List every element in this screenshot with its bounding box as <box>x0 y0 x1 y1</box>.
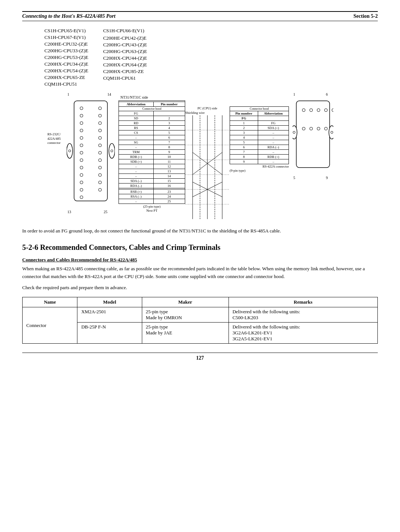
cpu-list-col2: CS1H-CPU66-E(V1)C200HE-CPU42-(Z)EC200HG-… <box>103 28 147 87</box>
pin-row-15: RDA (–)16 <box>119 184 185 188</box>
right-pin5: 5 <box>293 176 295 180</box>
pin25-label: 25 <box>104 210 107 214</box>
model-cell-0: XM2A-2501 <box>77 307 142 323</box>
right-pin-row-6: 7– <box>230 150 289 155</box>
pin-row-0: FG <box>119 111 185 116</box>
right-pin-row-8: 9– <box>230 159 289 164</box>
pin-row-13: –14 <box>119 174 185 179</box>
svg-point-14 <box>99 107 101 110</box>
svg-point-20 <box>99 151 101 154</box>
right-pin-row-3: 4– <box>230 135 289 140</box>
remarks-cell-0: Delivered with the following units: C500… <box>229 307 377 323</box>
pin-table: Abbreviation Pin number Connector hood F… <box>119 100 185 204</box>
svg-point-53 <box>317 127 320 130</box>
rs422a-label: RS-422A connector <box>263 165 289 168</box>
svg-point-23 <box>99 174 101 176</box>
cpu-item-col2-5: C200HX-CPU44-(Z)E <box>103 55 147 61</box>
cpu-list-col1: CS1H-CPU65-E(V1)CS1H-CPU67-E(V1)C200HE-C… <box>44 28 88 87</box>
right-pin-table: Connector hood Pin number Abbreviation F… <box>230 106 289 164</box>
cpu-item-col1-0: CS1H-CPU65-E(V1) <box>44 28 88 34</box>
pin-row-17: RSB (+)23 <box>119 189 185 194</box>
svg-point-22 <box>99 166 101 169</box>
pin-row-18: RSA (–)24 <box>119 194 185 199</box>
pin13-label: 13 <box>67 210 71 214</box>
svg-point-48 <box>317 109 320 112</box>
svg-point-17 <box>99 129 101 132</box>
pin-row-5: –6 <box>119 135 185 140</box>
right-pin-row-7: 8RDB (+) <box>230 155 289 159</box>
pin-row-2: RD3 <box>119 121 185 126</box>
svg-point-46 <box>302 109 305 112</box>
right-pin1: 1 <box>293 92 295 96</box>
page-header: Connecting to the Host's RS-422A/485 Por… <box>22 11 378 21</box>
pin9-label: (9-pin type) <box>230 169 246 172</box>
table-row-0: ConnectorXM2A-250125-pin type Made by OM… <box>23 307 378 323</box>
svg-point-16 <box>99 122 101 125</box>
svg-point-12 <box>80 188 83 191</box>
svg-point-49 <box>324 109 327 112</box>
pin25-type-label: (25-pin type) <box>143 205 160 208</box>
cpu-item-col2-2: C200HE-CPU42-(Z)E <box>103 35 147 41</box>
svg-point-24 <box>99 181 101 184</box>
diagram-section: 1 14 <box>22 95 378 221</box>
right-pin9: 9 <box>326 176 328 180</box>
svg-point-3 <box>80 122 83 125</box>
wiring-svg <box>185 115 230 219</box>
pin-row-12: –13 <box>119 169 185 174</box>
right-pin-row-4: 5– <box>230 140 289 145</box>
cpu-list: CS1H-CPU65-E(V1)CS1H-CPU67-E(V1)C200HE-C… <box>22 28 378 87</box>
col-model: Model <box>77 297 142 307</box>
svg-point-1 <box>80 107 83 110</box>
cpu-item-col2-4: C200HG-CPU63-(Z)E <box>103 49 147 54</box>
pin14-label: 14 <box>107 92 111 96</box>
svg-point-4 <box>80 129 83 132</box>
svg-point-13 <box>80 196 83 199</box>
svg-point-57 <box>293 131 295 133</box>
cpu-item-col2-6: C200HX-CPU64-(Z)E <box>103 62 147 68</box>
pin-row-10: SDB (+)11 <box>119 159 185 164</box>
pin-row-9: RDB (+)10 <box>119 155 185 159</box>
svg-point-6 <box>80 144 83 147</box>
svg-point-8 <box>80 159 83 162</box>
right-pin6: 6 <box>326 92 328 96</box>
right-pin-row-2: 3– <box>230 130 289 135</box>
cpu-item-col2-7: C200HX-CPU85-ZE <box>103 69 147 75</box>
data-table: Name Model Maker Remarks ConnectorXM2A-2… <box>22 297 378 344</box>
left-connector-svg <box>67 99 115 206</box>
model-cell-1: DB-25P F-N <box>77 323 142 344</box>
svg-point-50 <box>332 109 333 112</box>
section-heading: 5-2-6 Recommended Connectors, Cables and… <box>22 243 378 252</box>
pin-row-1: SD2 <box>119 116 185 121</box>
col-remarks: Remarks <box>229 297 377 307</box>
maker-cell-0: 25-pin type Made by OMRON <box>142 307 229 323</box>
right-pin-row-5: 6RDA (–) <box>230 145 289 150</box>
right-pin-row-1: 2SDA (+) <box>230 126 289 130</box>
svg-point-18 <box>99 136 101 139</box>
svg-point-10 <box>80 174 83 176</box>
svg-point-28 <box>69 150 71 152</box>
cpu-item-col1-2: C200HE-CPU32-(Z)E <box>44 41 88 47</box>
remarks-cell-1: Delivered with the following units: 3G2A… <box>229 323 377 344</box>
rs232c-label: RS-232C/422A/485connector <box>47 132 61 145</box>
fg-ground-paragraph: In order to avoid an FG ground loop, do … <box>22 227 378 235</box>
cpu-item-col1-4: C200HG-CPU53-(Z)E <box>44 54 88 60</box>
pin-row-11: –12 <box>119 164 185 169</box>
nt31-label: NT31/NT31C side <box>120 95 148 99</box>
svg-point-51 <box>302 127 305 130</box>
cpu-item-col1-5: C200HX-CPU34-(Z)E <box>44 61 88 67</box>
cpu-item-col2-8: CQM1H-CPU61 <box>103 75 147 81</box>
cpu-item-col2-0: CS1H-CPU66-E(V1) <box>103 28 147 34</box>
cpu-item-col1-3: C200HG-CPU33-(Z)E <box>44 48 88 54</box>
cpu-item-col1-1: CS1H-CPU67-E(V1) <box>44 34 88 40</box>
pin-row-7: –8 <box>119 145 185 150</box>
pin-row-14: SDA (–)15 <box>119 179 185 184</box>
page-number: 127 <box>22 353 378 361</box>
svg-point-47 <box>310 109 313 112</box>
pin-row-19: –25 <box>119 199 185 204</box>
cpu-item-col1-7: C200HX-CPU65-ZE <box>44 75 88 80</box>
right-pin-row-0: 1FG <box>230 121 289 126</box>
svg-point-29 <box>111 150 113 152</box>
svg-point-19 <box>99 144 101 147</box>
cpu-item-col2-3: C200HG-CPU43-(Z)E <box>103 42 147 48</box>
pin1-label: 1 <box>67 92 69 96</box>
